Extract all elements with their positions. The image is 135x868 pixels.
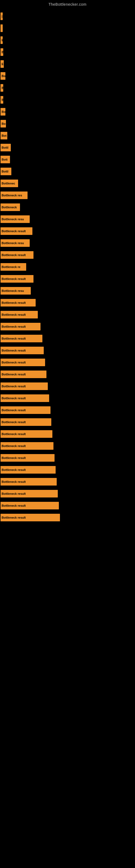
- bar-label: Bottl: [2, 170, 8, 173]
- bar-label: Bottleneck result: [2, 361, 26, 364]
- bar-item: Bottleneck resu: [1, 215, 30, 223]
- bar-label: B: [2, 86, 3, 90]
- bar-row: Bottleneck result: [0, 512, 135, 524]
- bar-row: Bottl: [0, 142, 135, 154]
- bar-item: Bottleneck: [1, 204, 20, 211]
- bar-item: Bottl: [1, 167, 11, 175]
- bar-label: Bottleneck result: [2, 432, 26, 436]
- bar-label: Bott: [2, 158, 8, 161]
- bar-row: [0, 22, 135, 34]
- bar-item: Bottleneck resu: [1, 239, 30, 247]
- bar-label: Bottleneck result: [2, 253, 26, 257]
- bar-item: Bottleneck result: [1, 406, 50, 414]
- bar-row: Bottleneck result: [0, 368, 135, 380]
- bar-item: Bot: [1, 132, 7, 140]
- bar-row: Bottleneck result: [0, 464, 135, 476]
- bar-row: Bottleneck result: [0, 428, 135, 440]
- bar-row: Bottleneck result: [0, 392, 135, 404]
- bar-label: Bottleneck result: [2, 480, 26, 484]
- bar-item: E: [1, 36, 3, 44]
- bar-item: Bottleneck result: [1, 347, 44, 354]
- bar-row: Bottleneck result: [0, 356, 135, 368]
- bar-row: Bottleneck result: [0, 321, 135, 333]
- bar-row: Bott: [0, 154, 135, 165]
- bar-row: E: [0, 34, 135, 46]
- bar-item: Bo: [1, 72, 5, 80]
- bar-row: Bottleneck result: [0, 476, 135, 488]
- bar-item: Bott: [1, 156, 10, 163]
- bar-item: Bottleneck res: [1, 191, 28, 199]
- bar-item: Bottleneck re: [1, 263, 26, 271]
- bar-label: Bo: [2, 74, 5, 78]
- bar-item: Bottleneck result: [1, 514, 60, 521]
- bar-item: Bottleneck result: [1, 382, 48, 390]
- bar-row: Bottleneck re: [0, 261, 135, 273]
- bar-item: Bottleneck result: [1, 323, 41, 330]
- bar-label: Bottleneck result: [2, 337, 26, 340]
- bar-item: Bottleneck result: [1, 430, 52, 438]
- bar-row: Bottleneck result: [0, 452, 135, 464]
- bar-item: Bottleneck result: [1, 335, 42, 342]
- bar-label: Bottleneck result: [2, 313, 26, 316]
- bar-label: Bottleneck result: [2, 325, 26, 328]
- bar-label: Bottleneck result: [2, 504, 26, 507]
- bar-row: Bottleneck result: [0, 333, 135, 344]
- bar-item: B: [1, 96, 3, 104]
- bar-label: Bottleneck result: [2, 229, 26, 233]
- bar-row: Bottl: [0, 165, 135, 177]
- bar-label: Bottleneck resu: [2, 218, 24, 221]
- bar-row: Bottleneck result: [0, 440, 135, 452]
- bar-item: Bottleneck result: [1, 275, 34, 283]
- bar-row: Bottleneck result: [0, 500, 135, 512]
- bar-label: Bo: [2, 122, 6, 125]
- bar-row: Bo: [0, 70, 135, 82]
- bar-item: Bottleneck resu: [1, 287, 31, 294]
- bar-row: Bottleneck resu: [0, 237, 135, 249]
- bar-item: Bottleneck result: [1, 478, 57, 486]
- bar-label: Bottleneck: [2, 206, 17, 209]
- bar-label: Bottleneck resu: [2, 289, 24, 292]
- bar-row: Bottleneck resu: [0, 285, 135, 297]
- bar-item: Bottleneck result: [1, 466, 56, 474]
- bar-row: Bottleneck res: [0, 189, 135, 201]
- site-title: TheBottlenecker.com: [0, 0, 135, 8]
- bar-row: B: [0, 46, 135, 58]
- bar-label: Bot: [2, 134, 6, 137]
- bar-row: Bottleneck: [0, 201, 135, 213]
- bar-row: Bottleneck result: [0, 488, 135, 500]
- bar-label: Bottl: [2, 146, 8, 149]
- bar-label: Bottleneck result: [2, 301, 26, 304]
- bar-item: Bo: [1, 108, 5, 116]
- bar-row: Bo: [0, 118, 135, 130]
- bar-item: B: [1, 84, 3, 92]
- bar-item: Bottleneck result: [1, 359, 45, 366]
- bar-row: Bottleneck result: [0, 404, 135, 416]
- bar-row: Bottlenec: [0, 177, 135, 189]
- bar-label: Bottleneck result: [2, 516, 26, 519]
- bar-item: Bottleneck result: [1, 442, 53, 450]
- bar-row: E: [0, 58, 135, 70]
- bar-row: Bot: [0, 130, 135, 142]
- bar-item: Bottl: [1, 144, 11, 151]
- bar-item: [1, 24, 3, 32]
- bar-label: Bottleneck result: [2, 384, 26, 388]
- bar-row: B: [0, 82, 135, 94]
- bars-container: |EBEBoBBBoBoBotBottlBottBottlBottlenecBo…: [0, 8, 135, 524]
- bar-label: Bottleneck resu: [2, 241, 24, 245]
- bar-label: B: [2, 98, 3, 101]
- bar-row: Bottleneck result: [0, 297, 135, 309]
- bar-label: E: [2, 38, 3, 42]
- bar-item: Bottleneck result: [1, 502, 59, 509]
- bar-label: Bottleneck result: [2, 349, 26, 352]
- bar-label: Bottleneck result: [2, 373, 26, 376]
- bar-item: Bo: [1, 120, 6, 127]
- bar-label: Bottleneck result: [2, 456, 26, 460]
- bar-item: Bottleneck result: [1, 490, 58, 497]
- bar-label: E: [2, 62, 3, 66]
- bar-row: Bo: [0, 106, 135, 118]
- bar-item: Bottleneck result: [1, 251, 34, 259]
- bar-row: Bottleneck result: [0, 380, 135, 392]
- bar-label: Bottleneck res: [2, 194, 22, 197]
- bar-row: Bottleneck result: [0, 273, 135, 285]
- bar-item: Bottleneck result: [1, 371, 46, 378]
